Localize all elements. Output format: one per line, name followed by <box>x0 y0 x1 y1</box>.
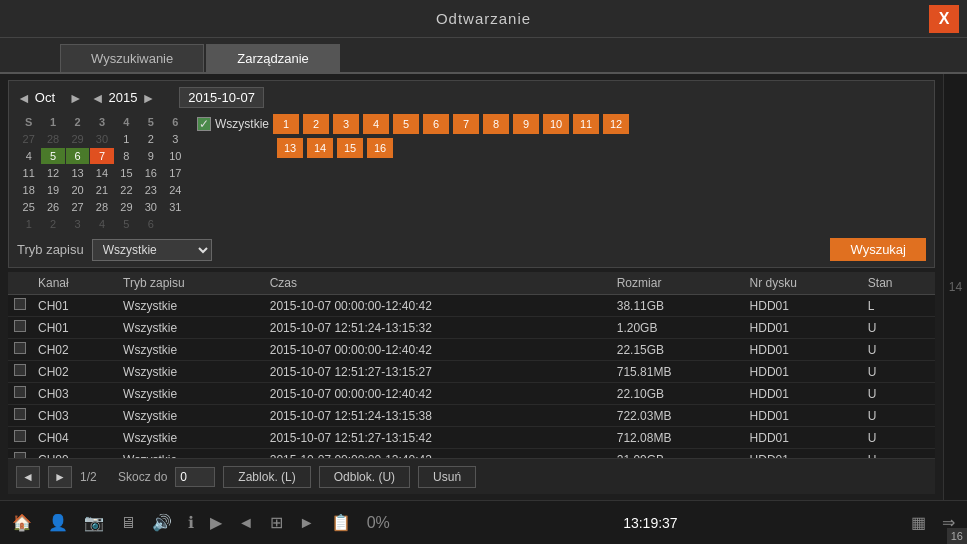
next-month-btn[interactable]: ► <box>69 90 83 106</box>
ch-btn-5[interactable]: 5 <box>393 114 419 134</box>
prev-page-btn[interactable]: ◄ <box>16 466 40 488</box>
search-button[interactable]: Wyszukaj <box>830 238 926 261</box>
ch-btn-4[interactable]: 4 <box>363 114 389 134</box>
cal-day[interactable]: 13 <box>66 165 89 181</box>
table-row[interactable]: CH03 Wszystkie 2015-10-07 00:00:00-12:40… <box>8 383 935 405</box>
cal-day[interactable]: 4 <box>17 148 40 164</box>
ch-btn-1[interactable]: 1 <box>273 114 299 134</box>
ch-btn-11[interactable]: 11 <box>573 114 599 134</box>
lock-btn[interactable]: Zablok. (L) <box>223 466 310 488</box>
tab-manage[interactable]: Zarządzanie <box>206 44 340 72</box>
forward-icon[interactable]: ► <box>299 514 315 532</box>
table-row[interactable]: CH01 Wszystkie 2015-10-07 00:00:00-12:40… <box>8 295 935 317</box>
close-button[interactable]: X <box>929 5 959 33</box>
row-checkbox[interactable] <box>8 405 32 427</box>
cal-day[interactable]: 20 <box>66 182 89 198</box>
row-checkbox[interactable] <box>8 361 32 383</box>
cal-day[interactable]: 17 <box>164 165 187 181</box>
cal-day[interactable]: 27 <box>66 199 89 215</box>
cal-day[interactable]: 9 <box>139 148 162 164</box>
ch-btn-10[interactable]: 10 <box>543 114 569 134</box>
ch-btn-12[interactable]: 12 <box>603 114 629 134</box>
grid-icon[interactable]: ⊞ <box>270 513 283 532</box>
info-icon[interactable]: ℹ <box>188 513 194 532</box>
ch-btn-13[interactable]: 13 <box>277 138 303 158</box>
tab-search[interactable]: Wyszukiwanie <box>60 44 204 72</box>
ch-btn-15[interactable]: 15 <box>337 138 363 158</box>
hdd-icon[interactable]: 📋 <box>331 513 351 532</box>
cal-day[interactable]: 29 <box>66 131 89 147</box>
cal-day[interactable]: 28 <box>41 131 64 147</box>
cal-day[interactable]: 19 <box>41 182 64 198</box>
ch-btn-8[interactable]: 8 <box>483 114 509 134</box>
cal-day[interactable]: 1 <box>115 131 138 147</box>
cal-day[interactable]: 10 <box>164 148 187 164</box>
row-checkbox[interactable] <box>8 427 32 449</box>
cal-day[interactable]: 28 <box>90 199 113 215</box>
delete-btn[interactable]: Usuń <box>418 466 476 488</box>
home-icon[interactable]: 🏠 <box>12 513 32 532</box>
next-year-btn[interactable]: ► <box>142 90 156 106</box>
cal-day[interactable]: 25 <box>17 199 40 215</box>
cal-day[interactable]: 18 <box>17 182 40 198</box>
row-checkbox[interactable] <box>8 449 32 459</box>
cal-day[interactable]: 6 <box>66 148 89 164</box>
cal-day-selected[interactable]: 7 <box>90 148 113 164</box>
cal-day[interactable]: 12 <box>41 165 64 181</box>
cal-day[interactable]: 8 <box>115 148 138 164</box>
row-checkbox[interactable] <box>8 383 32 405</box>
cal-day[interactable]: 31 <box>164 199 187 215</box>
cal-day[interactable]: 30 <box>90 131 113 147</box>
cal-day[interactable]: 26 <box>41 199 64 215</box>
ch-btn-2[interactable]: 2 <box>303 114 329 134</box>
next-page-btn[interactable]: ► <box>48 466 72 488</box>
ch-btn-16[interactable]: 16 <box>367 138 393 158</box>
cal-day[interactable]: 11 <box>17 165 40 181</box>
table-row[interactable]: CH01 Wszystkie 2015-10-07 12:51:24-13:15… <box>8 317 935 339</box>
table-row[interactable]: CH02 Wszystkie 2015-10-07 00:00:00-12:40… <box>8 339 935 361</box>
cal-day[interactable]: 22 <box>115 182 138 198</box>
cal-day[interactable]: 21 <box>90 182 113 198</box>
recordtype-select[interactable]: Wszystkie Alarm Harmonogram Ręczne <box>92 239 212 261</box>
cal-day[interactable]: 23 <box>139 182 162 198</box>
row-checkbox[interactable] <box>8 317 32 339</box>
row-checkbox[interactable] <box>8 339 32 361</box>
audio-icon[interactable]: 🔊 <box>152 513 172 532</box>
monitor-icon[interactable]: 🖥 <box>120 514 136 532</box>
table-row[interactable]: CH02 Wszystkie 2015-10-07 12:51:27-13:15… <box>8 361 935 383</box>
ch-btn-7[interactable]: 7 <box>453 114 479 134</box>
cal-day[interactable]: 3 <box>164 131 187 147</box>
unlock-btn[interactable]: Odblok. (U) <box>319 466 410 488</box>
cal-day[interactable]: 5 <box>41 148 64 164</box>
cal-day[interactable]: 24 <box>164 182 187 198</box>
qr-icon[interactable]: ▦ <box>911 513 926 532</box>
goto-input[interactable] <box>175 467 215 487</box>
play-icon[interactable]: ▶ <box>210 513 222 532</box>
cal-day[interactable]: 30 <box>139 199 162 215</box>
cal-day[interactable]: 3 <box>66 216 89 232</box>
cal-day[interactable]: 16 <box>139 165 162 181</box>
all-checkbox[interactable]: ✓ Wszystkie <box>197 117 269 131</box>
ch-btn-3[interactable]: 3 <box>333 114 359 134</box>
cal-day[interactable]: 14 <box>90 165 113 181</box>
all-checkbox-box[interactable]: ✓ <box>197 117 211 131</box>
prev-month-btn[interactable]: ◄ <box>17 90 31 106</box>
ch-btn-14[interactable]: 14 <box>307 138 333 158</box>
table-row[interactable]: CH09 Wszystkie 2015-10-07 00:00:00-12:40… <box>8 449 935 459</box>
cal-day[interactable]: 1 <box>17 216 40 232</box>
rewind-icon[interactable]: ◄ <box>238 514 254 532</box>
cal-day[interactable]: 2 <box>139 131 162 147</box>
cal-day[interactable] <box>164 216 187 232</box>
table-row[interactable]: CH04 Wszystkie 2015-10-07 12:51:27-13:15… <box>8 427 935 449</box>
camera-icon[interactable]: 📷 <box>84 513 104 532</box>
prev-year-btn[interactable]: ◄ <box>91 90 105 106</box>
row-checkbox[interactable] <box>8 295 32 317</box>
cal-day[interactable]: 27 <box>17 131 40 147</box>
cal-day[interactable]: 15 <box>115 165 138 181</box>
cal-day[interactable]: 2 <box>41 216 64 232</box>
cal-day[interactable]: 4 <box>90 216 113 232</box>
cal-day[interactable]: 5 <box>115 216 138 232</box>
cal-day[interactable]: 6 <box>139 216 162 232</box>
cal-day[interactable]: 29 <box>115 199 138 215</box>
ch-btn-6[interactable]: 6 <box>423 114 449 134</box>
